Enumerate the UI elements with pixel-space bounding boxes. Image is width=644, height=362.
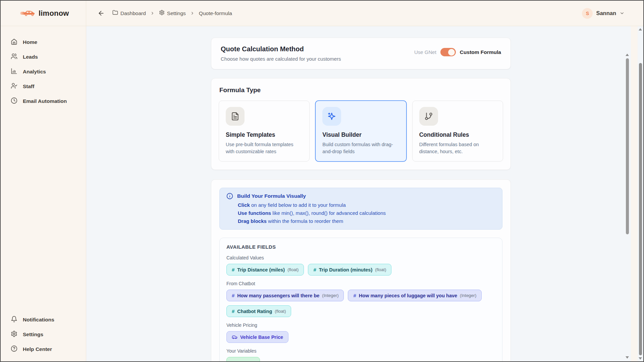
sidebar-item-leads[interactable]: Leads: [1, 50, 86, 64]
quote-method-subtitle: Choose how quotes are calculated for you…: [221, 56, 341, 62]
toggle-label-use-gnet: Use GNet: [414, 49, 436, 55]
option-conditional-rules[interactable]: Conditional Rules Different formulas bas…: [412, 101, 503, 162]
breadcrumb-label: Settings: [167, 10, 186, 16]
tip-rest: like min(), max(), round() for advanced …: [271, 210, 386, 216]
option-desc: Use pre-built formula templates with cus…: [226, 141, 303, 155]
sidebar-item-label: Email Automation: [23, 98, 67, 104]
sidebar-item-email-automation[interactable]: Email Automation: [1, 94, 86, 109]
user-menu[interactable]: S Sannan: [582, 8, 625, 19]
breadcrumb-settings[interactable]: Settings: [159, 10, 186, 17]
topbar: Dashboard Settings Quote-formula S Sanna…: [86, 1, 643, 26]
option-name: Conditional Rules: [419, 131, 496, 138]
inner-scrollbar-thumb[interactable]: [626, 58, 629, 234]
sidebar: Home Leads Analytics Staff Email Automat…: [1, 26, 86, 361]
git-branch-icon: [419, 107, 438, 126]
car-icon: [232, 334, 237, 340]
chevron-right-icon: [190, 11, 195, 15]
sidebar-item-label: Notifications: [23, 317, 54, 323]
outer-scrollbar-thumb[interactable]: [639, 63, 642, 355]
gear-icon: [159, 10, 165, 17]
scroll-up-arrow-icon[interactable]: [626, 54, 629, 56]
option-visual-builder[interactable]: Visual Builder Build custom formulas wit…: [315, 101, 406, 162]
sparkles-icon: [322, 107, 341, 126]
quote-method-toggle[interactable]: [440, 48, 456, 56]
chip-type: (float): [275, 309, 286, 314]
tip-lead: Use functions: [238, 210, 271, 216]
breadcrumb: Dashboard Settings Quote-formula: [98, 10, 232, 17]
sidebar-item-staff[interactable]: Staff: [1, 79, 86, 94]
inner-scrollbar[interactable]: [625, 53, 630, 359]
user-check-icon: [11, 82, 17, 90]
field-chip-trip-distance[interactable]: # Trip Distance (miles) (float): [226, 264, 304, 276]
sidebar-item-label: Home: [23, 39, 37, 45]
builder-tip: Click on any field below to add it to yo…: [238, 202, 495, 208]
available-fields-panel: AVAILABLE FIELDS Calculated Values # Tri…: [219, 238, 502, 361]
field-chip-trip-duration[interactable]: # Trip Duration (minutes) (float): [308, 264, 391, 276]
chip-label: Trip Duration (minutes): [319, 267, 373, 273]
home-icon: [11, 38, 17, 46]
breadcrumb-label: Quote-formula: [199, 10, 232, 16]
sidebar-item-label: Settings: [23, 331, 43, 338]
scroll-down-arrow-icon[interactable]: [639, 357, 642, 360]
sidebar-item-help-center[interactable]: Help Center: [1, 342, 86, 357]
sidebar-item-home[interactable]: Home: [1, 35, 86, 50]
file-text-icon: [226, 107, 245, 126]
scroll-up-arrow-icon[interactable]: [639, 28, 642, 31]
quote-method-title: Quote Calculation Method: [221, 45, 341, 53]
sidebar-item-label: Staff: [23, 83, 34, 89]
builder-info-title: Build Your Formula Visually: [237, 193, 306, 199]
option-simple-templates[interactable]: Simple Templates Use pre-built formula t…: [219, 101, 310, 162]
sidebar-item-notifications[interactable]: Notifications: [1, 312, 86, 327]
field-chip-passengers[interactable]: # How many passengers will there be (Int…: [226, 290, 344, 301]
main-content: Quote Calculation Method Choose how quot…: [86, 26, 643, 361]
formula-type-card: Formula Type Simple Templates Use pre-bu…: [211, 78, 511, 170]
breadcrumb-dashboard[interactable]: Dashboard: [112, 10, 146, 17]
field-chip-vehicle-base-price[interactable]: Vehicle Base Price: [226, 331, 288, 343]
quote-method-card: Quote Calculation Method Choose how quot…: [211, 38, 511, 69]
formula-type-title: Formula Type: [219, 86, 503, 94]
builder-tip: Drag blocks within the formula to reorde…: [238, 218, 495, 224]
bar-chart-icon: [11, 68, 17, 76]
hash-icon: #: [232, 293, 234, 298]
toggle-label-custom-formula: Custom Formula: [460, 49, 501, 55]
hash-icon: #: [232, 267, 234, 273]
field-chip-partial[interactable]: [226, 357, 260, 361]
chip-label: Chatbot Rating: [237, 309, 272, 314]
builder-tip: Use functions like min(), max(), round()…: [238, 210, 495, 216]
option-desc: Different formulas based on distance, ho…: [419, 141, 496, 155]
option-name: Visual Builder: [322, 131, 399, 138]
chip-type: (Integer): [322, 293, 338, 298]
folder-icon: [112, 10, 118, 17]
chip-label: How many passengers will there be: [237, 293, 319, 298]
field-chip-luggage[interactable]: # How many pieces of luggage will you ha…: [348, 290, 482, 301]
sidebar-item-settings[interactable]: Settings: [1, 327, 86, 342]
group-label-calculated-values: Calculated Values: [226, 255, 495, 260]
field-chip-chatbot-rating[interactable]: # Chatbot Rating (float): [226, 305, 291, 317]
tip-rest: on any field below to add it to your for…: [250, 202, 346, 208]
chip-label: Vehicle Base Price: [240, 335, 283, 340]
sidebar-item-analytics[interactable]: Analytics: [1, 64, 86, 79]
scroll-down-arrow-icon[interactable]: [626, 356, 629, 359]
group-label-vehicle-pricing: Vehicle Pricing: [226, 322, 495, 328]
chip-label: How many pieces of luggage will you have: [359, 293, 457, 298]
bell-icon: [11, 316, 17, 324]
back-button[interactable]: [98, 10, 105, 17]
app-window: limonow Dashboard Settings: [0, 0, 644, 362]
tip-lead: Drag blocks: [238, 218, 267, 224]
hash-icon: #: [313, 267, 316, 273]
group-label-your-variables: Your Variables: [226, 348, 495, 354]
hash-icon: #: [353, 293, 356, 298]
help-circle-icon: [11, 345, 17, 353]
breadcrumb-label: Dashboard: [120, 10, 146, 16]
sidebar-footer: Notifications Settings Help Center: [1, 312, 86, 357]
available-fields-title: AVAILABLE FIELDS: [226, 244, 495, 250]
user-name: Sannan: [596, 10, 616, 16]
chevron-down-icon: [620, 11, 625, 16]
hash-icon: #: [232, 308, 234, 314]
visual-builder-card: Build Your Formula Visually Click on any…: [211, 179, 511, 361]
group-label-from-chatbot: From Chatbot: [226, 281, 495, 286]
outer-scrollbar[interactable]: [638, 27, 643, 360]
chip-label: Trip Distance (miles): [237, 267, 285, 273]
right-gutter: [631, 26, 638, 361]
users-icon: [11, 53, 17, 61]
